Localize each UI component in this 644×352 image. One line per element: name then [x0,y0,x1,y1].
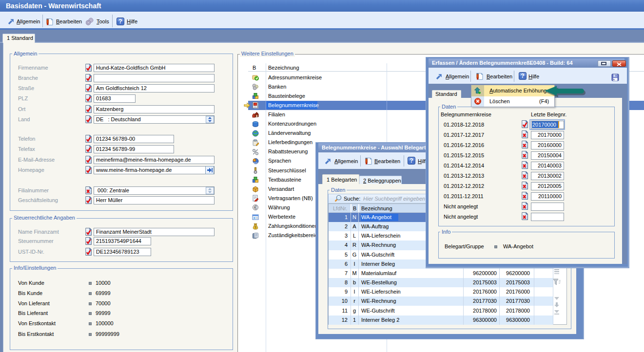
svg-text:$: $ [254,225,256,229]
svg-text:?: ? [118,18,122,25]
svg-text:€: € [254,205,257,210]
svg-text:?: ? [521,73,524,79]
svg-text:?: ? [410,157,413,164]
